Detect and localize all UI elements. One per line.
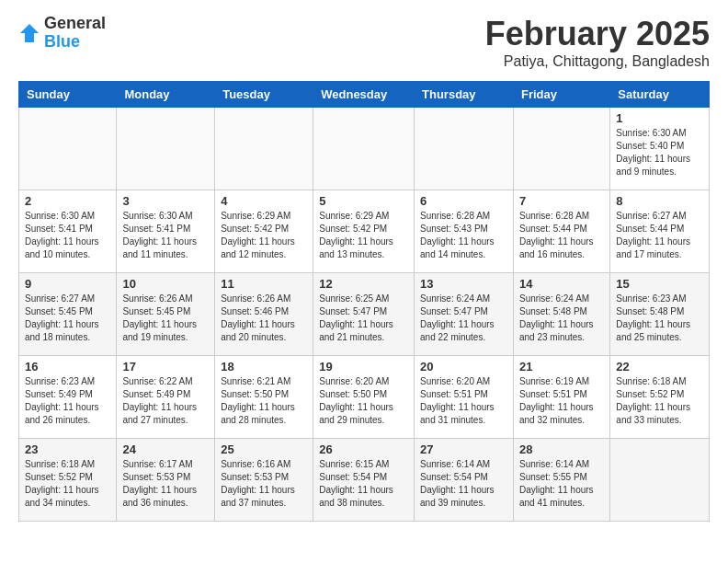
page: General Blue February 2025 Patiya, Chitt… (0, 0, 728, 536)
month-title: February 2025 (485, 15, 710, 53)
calendar-cell: 4Sunrise: 6:29 AM Sunset: 5:42 PM Daylig… (215, 190, 313, 273)
logo-icon (18, 22, 40, 44)
calendar-cell: 22Sunrise: 6:18 AM Sunset: 5:52 PM Dayli… (610, 356, 710, 439)
day-number: 28 (519, 442, 604, 456)
calendar-cell: 25Sunrise: 6:16 AM Sunset: 5:53 PM Dayli… (215, 439, 313, 522)
calendar-table: SundayMondayTuesdayWednesdayThursdayFrid… (18, 81, 710, 522)
logo-blue: Blue (44, 33, 106, 52)
day-info: Sunrise: 6:30 AM Sunset: 5:40 PM Dayligh… (616, 127, 703, 178)
day-number: 6 (420, 194, 507, 208)
day-number: 26 (319, 442, 408, 456)
day-info: Sunrise: 6:24 AM Sunset: 5:47 PM Dayligh… (420, 293, 507, 344)
calendar-header-saturday: Saturday (610, 82, 710, 108)
day-number: 3 (122, 194, 209, 208)
svg-marker-0 (20, 24, 39, 42)
day-number: 12 (319, 277, 408, 291)
day-info: Sunrise: 6:26 AM Sunset: 5:45 PM Dayligh… (122, 293, 209, 344)
calendar-header-wednesday: Wednesday (313, 82, 415, 108)
day-info: Sunrise: 6:23 AM Sunset: 5:48 PM Dayligh… (616, 293, 703, 344)
day-info: Sunrise: 6:22 AM Sunset: 5:49 PM Dayligh… (122, 375, 209, 427)
calendar-week-row: 16Sunrise: 6:23 AM Sunset: 5:49 PM Dayli… (19, 356, 710, 439)
calendar-cell (215, 108, 313, 190)
calendar-cell: 23Sunrise: 6:18 AM Sunset: 5:52 PM Dayli… (19, 439, 117, 522)
day-number: 19 (319, 360, 408, 373)
day-info: Sunrise: 6:21 AM Sunset: 5:50 PM Dayligh… (221, 375, 307, 427)
day-info: Sunrise: 6:18 AM Sunset: 5:52 PM Dayligh… (616, 375, 703, 427)
day-number: 13 (420, 277, 507, 291)
day-info: Sunrise: 6:15 AM Sunset: 5:54 PM Dayligh… (319, 458, 408, 510)
calendar-cell (610, 439, 710, 522)
calendar-week-row: 9Sunrise: 6:27 AM Sunset: 5:45 PM Daylig… (19, 273, 710, 356)
day-number: 25 (221, 442, 307, 456)
day-number: 21 (519, 360, 604, 373)
calendar-cell: 17Sunrise: 6:22 AM Sunset: 5:49 PM Dayli… (117, 356, 215, 439)
calendar-cell (313, 108, 415, 190)
day-info: Sunrise: 6:20 AM Sunset: 5:51 PM Dayligh… (420, 375, 507, 427)
day-number: 15 (616, 277, 703, 291)
day-info: Sunrise: 6:24 AM Sunset: 5:48 PM Dayligh… (519, 293, 604, 344)
day-number: 17 (122, 360, 209, 373)
calendar-cell: 14Sunrise: 6:24 AM Sunset: 5:48 PM Dayli… (513, 273, 609, 356)
day-number: 18 (221, 360, 307, 373)
calendar-cell: 28Sunrise: 6:14 AM Sunset: 5:55 PM Dayli… (513, 439, 609, 522)
day-info: Sunrise: 6:18 AM Sunset: 5:52 PM Dayligh… (25, 458, 110, 510)
calendar-header-tuesday: Tuesday (215, 82, 313, 108)
calendar-cell: 5Sunrise: 6:29 AM Sunset: 5:42 PM Daylig… (313, 190, 415, 273)
calendar-cell: 7Sunrise: 6:28 AM Sunset: 5:44 PM Daylig… (513, 190, 609, 273)
subtitle: Patiya, Chittagong, Bangladesh (485, 53, 710, 70)
day-info: Sunrise: 6:30 AM Sunset: 5:41 PM Dayligh… (122, 210, 209, 261)
day-info: Sunrise: 6:27 AM Sunset: 5:45 PM Dayligh… (25, 293, 110, 344)
calendar-cell: 19Sunrise: 6:20 AM Sunset: 5:50 PM Dayli… (313, 356, 415, 439)
title-area: February 2025 Patiya, Chittagong, Bangla… (485, 15, 710, 70)
day-number: 16 (25, 360, 110, 373)
calendar-cell (415, 108, 514, 190)
day-number: 27 (420, 442, 507, 456)
day-info: Sunrise: 6:23 AM Sunset: 5:49 PM Dayligh… (25, 375, 110, 427)
calendar-cell: 15Sunrise: 6:23 AM Sunset: 5:48 PM Dayli… (610, 273, 710, 356)
day-info: Sunrise: 6:16 AM Sunset: 5:53 PM Dayligh… (221, 458, 307, 510)
day-info: Sunrise: 6:27 AM Sunset: 5:44 PM Dayligh… (616, 210, 703, 261)
day-number: 8 (616, 194, 703, 208)
calendar-header-friday: Friday (513, 82, 609, 108)
calendar-week-row: 23Sunrise: 6:18 AM Sunset: 5:52 PM Dayli… (19, 439, 710, 522)
day-info: Sunrise: 6:14 AM Sunset: 5:55 PM Dayligh… (519, 458, 604, 510)
day-info: Sunrise: 6:25 AM Sunset: 5:47 PM Dayligh… (319, 293, 408, 344)
day-info: Sunrise: 6:28 AM Sunset: 5:44 PM Dayligh… (519, 210, 604, 261)
day-number: 2 (25, 194, 110, 208)
day-number: 10 (122, 277, 209, 291)
calendar-cell: 2Sunrise: 6:30 AM Sunset: 5:41 PM Daylig… (19, 190, 117, 273)
calendar-cell: 26Sunrise: 6:15 AM Sunset: 5:54 PM Dayli… (313, 439, 415, 522)
day-info: Sunrise: 6:20 AM Sunset: 5:50 PM Dayligh… (319, 375, 408, 427)
day-number: 9 (25, 277, 110, 291)
calendar-cell: 10Sunrise: 6:26 AM Sunset: 5:45 PM Dayli… (117, 273, 215, 356)
calendar-cell (117, 108, 215, 190)
logo-general: General (44, 15, 106, 33)
day-info: Sunrise: 6:29 AM Sunset: 5:42 PM Dayligh… (319, 210, 408, 261)
day-number: 7 (519, 194, 604, 208)
day-info: Sunrise: 6:29 AM Sunset: 5:42 PM Dayligh… (221, 210, 307, 261)
day-number: 24 (122, 442, 209, 456)
day-number: 14 (519, 277, 604, 291)
calendar-week-row: 2Sunrise: 6:30 AM Sunset: 5:41 PM Daylig… (19, 190, 710, 273)
day-info: Sunrise: 6:26 AM Sunset: 5:46 PM Dayligh… (221, 293, 307, 344)
calendar-cell: 1Sunrise: 6:30 AM Sunset: 5:40 PM Daylig… (610, 108, 710, 190)
calendar-cell: 9Sunrise: 6:27 AM Sunset: 5:45 PM Daylig… (19, 273, 117, 356)
calendar-week-row: 1Sunrise: 6:30 AM Sunset: 5:40 PM Daylig… (19, 108, 710, 190)
calendar-header-row: SundayMondayTuesdayWednesdayThursdayFrid… (19, 82, 710, 108)
calendar-cell: 18Sunrise: 6:21 AM Sunset: 5:50 PM Dayli… (215, 356, 313, 439)
calendar-cell: 3Sunrise: 6:30 AM Sunset: 5:41 PM Daylig… (117, 190, 215, 273)
calendar-cell: 13Sunrise: 6:24 AM Sunset: 5:47 PM Dayli… (415, 273, 514, 356)
calendar-cell: 16Sunrise: 6:23 AM Sunset: 5:49 PM Dayli… (19, 356, 117, 439)
day-number: 23 (25, 442, 110, 456)
calendar-cell: 6Sunrise: 6:28 AM Sunset: 5:43 PM Daylig… (415, 190, 514, 273)
day-number: 4 (221, 194, 307, 208)
calendar-cell: 11Sunrise: 6:26 AM Sunset: 5:46 PM Dayli… (215, 273, 313, 356)
day-number: 1 (616, 111, 703, 125)
day-info: Sunrise: 6:19 AM Sunset: 5:51 PM Dayligh… (519, 375, 604, 427)
calendar-cell (19, 108, 117, 190)
day-number: 5 (319, 194, 408, 208)
header: General Blue February 2025 Patiya, Chitt… (18, 15, 710, 70)
calendar-header-sunday: Sunday (19, 82, 117, 108)
logo: General Blue (18, 15, 106, 52)
logo-text: General Blue (44, 15, 106, 52)
